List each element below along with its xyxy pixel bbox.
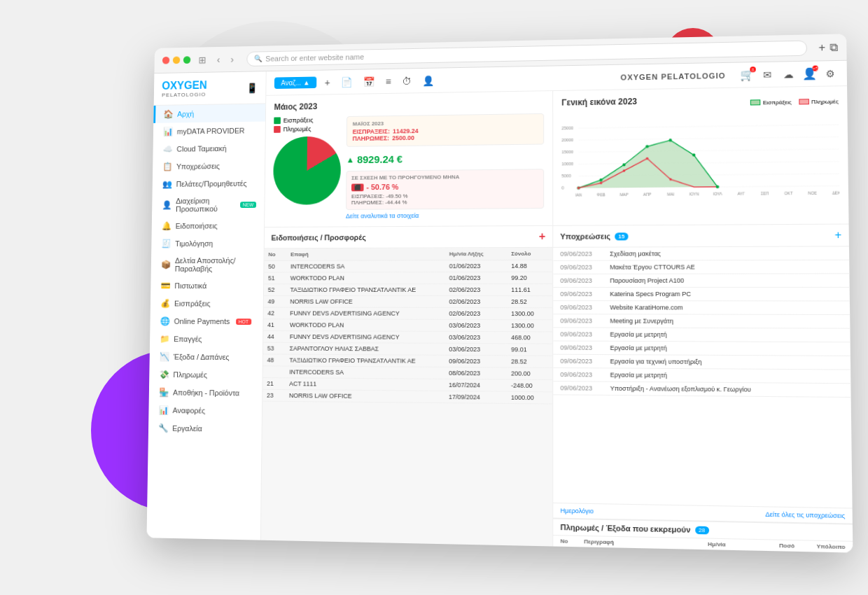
- sidebar-item-ergal[interactable]: 🔧 Εργαλεία: [148, 419, 262, 439]
- nav-btn[interactable]: Αναζ... ▲: [274, 76, 316, 88]
- sidebar-item-anaf[interactable]: 📊 Αναφορές: [148, 401, 262, 420]
- pie-legend: Εισπράξεις Πληρωμές: [274, 116, 341, 133]
- add-offer-btn[interactable]: +: [539, 230, 545, 243]
- year-legend-plir: Πληρωμές: [799, 98, 839, 105]
- svg-text:ΙΟΥΛ: ΙΟΥΛ: [713, 192, 722, 196]
- sidebar-item-tim[interactable]: 🧾 Τιμολόγηση: [151, 234, 264, 253]
- pie-area: Εισπράξεις Πληρωμές: [273, 116, 342, 209]
- plus-btn[interactable]: +: [818, 41, 825, 54]
- user-btn[interactable]: 👤: [420, 74, 438, 88]
- task-date: 09/06/2023: [560, 290, 603, 298]
- list-item[interactable]: 09/06/2023 Υποστήριξη - Ανανέωση εξοπλισ…: [553, 382, 850, 398]
- svg-point-21: [600, 182, 602, 184]
- clock-btn[interactable]: ⏱: [399, 74, 414, 88]
- details-link[interactable]: Δείτε αναλυτικά τα στοιχεία: [346, 211, 544, 220]
- legend-eisp-label: Εισπράξεις: [284, 117, 314, 124]
- sidebar-item-cloud[interactable]: ☁️ Cloud Ταμειακή: [153, 139, 265, 158]
- cell-date: 01/06/2023: [445, 272, 507, 284]
- cell-date: 17/09/2024: [444, 391, 507, 403]
- sidebar-item-pist[interactable]: 💳 Πιστωτικά: [150, 276, 263, 294]
- list-item[interactable]: 09/06/2023 Εργασία με μετρητή: [553, 341, 850, 356]
- sidebar-item-exoda[interactable]: 📉 Έξοδα / Δαπάνες: [150, 348, 263, 366]
- col-no: Νο: [265, 248, 287, 260]
- sidebar-item-ypo[interactable]: 📋 Υποχρεώσεις: [153, 157, 265, 176]
- sidebar-item-apoth[interactable]: 🏪 Αποθήκη - Προϊόντα: [149, 384, 262, 402]
- address-bar[interactable]: 🔍 Search or enter website name: [247, 40, 807, 66]
- sidebar-item-eisp[interactable]: 💰 Εισπράξεις: [150, 295, 263, 313]
- tab-icon-btn[interactable]: ⊞: [196, 52, 209, 66]
- task-date: 09/06/2023: [560, 317, 603, 324]
- cloud-toolbar-btn[interactable]: ☁: [780, 67, 797, 82]
- table-row[interactable]: 41 WORKTODO PLAN 03/06/2023 1300.00: [263, 319, 552, 332]
- svg-text:ΙΟΥΝ: ΙΟΥΝ: [690, 192, 699, 196]
- cell-no: 50: [264, 260, 286, 272]
- mobile-icon: 📱: [246, 82, 258, 93]
- footer-log-link[interactable]: Ημερολόγιο: [560, 507, 594, 514]
- list-item[interactable]: 09/06/2023 Meeting με Συνεργάτη: [553, 314, 850, 328]
- sidebar-item-mydata[interactable]: 📊 myDATA PROVIDER: [153, 122, 265, 141]
- sidebar-item-deltia[interactable]: 📦 Δελτία Αποστολής/Παραλαβής: [151, 252, 264, 276]
- list-btn[interactable]: ≡: [383, 74, 394, 88]
- tl-close[interactable]: [162, 57, 169, 64]
- table-row[interactable]: 50 INTERCODERS SA 01/06/2023 14.88: [264, 260, 552, 272]
- cell-total: 14.88: [507, 260, 552, 272]
- list-item[interactable]: 09/06/2023 Εργασία με μετρητή: [553, 328, 850, 342]
- payment-icon: 💸: [159, 370, 168, 379]
- notif-badge-1[interactable]: 🛒 8: [740, 68, 755, 81]
- notif-dot-2: +5: [813, 66, 818, 71]
- credit-icon: 💳: [160, 281, 169, 290]
- traffic-lights: [162, 56, 190, 64]
- sidebar-label-apoth: Αποθήκη - Προϊόντα: [173, 388, 239, 398]
- plus-toolbar-btn[interactable]: +: [322, 76, 333, 90]
- list-item[interactable]: 09/06/2023 Katerina Specs Program PC: [553, 288, 850, 302]
- add-task-btn[interactable]: +: [834, 229, 841, 241]
- list-item[interactable]: 09/06/2023 Website KaratiHome.com: [553, 301, 850, 315]
- table-row[interactable]: 52 ΤΑΞΙΔΙΩΤΙΚΟ ΓΡΑΦΕΙΟ ΤΡΑΝΣΑΤΛΑΝΤΙΚ ΑΕ …: [264, 284, 552, 295]
- sidebar-item-pelates[interactable]: 👥 Πελάτες/Προμηθευτές: [153, 174, 265, 193]
- table-row[interactable]: 44 FUNNY DEVS ADVERTISING AGENCY 03/06/2…: [263, 330, 552, 344]
- bell-icon: 🔔: [162, 221, 171, 231]
- table-row[interactable]: 42 FUNNY DEVS ADVERTISING AGENCY 02/06/2…: [264, 307, 553, 320]
- table-row[interactable]: 49 NORRIS LAW OFFICE 02/06/2023 28.52: [264, 295, 553, 307]
- doc-btn[interactable]: 📄: [338, 75, 355, 89]
- email-btn[interactable]: ✉: [760, 67, 775, 81]
- payments-title: Πληρωμές / Έξοδα που εκκρεμούν: [560, 523, 690, 534]
- svg-line-6: [578, 125, 839, 128]
- cell-client: FUNNY DEVS ADVERTISING AGENCY: [286, 331, 445, 344]
- back-btn[interactable]: ‹: [214, 52, 223, 66]
- footer-all-link[interactable]: Δείτε όλες τις υποχρεώσεις: [765, 511, 845, 520]
- col-date: Ημ/νία Λήξης: [445, 248, 507, 260]
- svg-line-7: [578, 137, 839, 141]
- table-row[interactable]: 23 NORRIS LAW OFFICE 17/09/2024 1000.00: [262, 389, 552, 404]
- cell-total: 200.00: [507, 368, 552, 380]
- table-row[interactable]: 51 WORKTODO PLAN 01/06/2023 99.20: [264, 272, 552, 284]
- tl-maximize[interactable]: [183, 56, 190, 64]
- year-panel: Γενική εικόνα 2023 Εισπράξεις Πληρωμές: [553, 86, 848, 225]
- sidebar-item-online[interactable]: 🌐 Online Payments HOT: [150, 312, 262, 330]
- settings-btn[interactable]: ⚙: [822, 66, 838, 81]
- sidebar-item-emp[interactable]: 📁 Επαγγές: [150, 330, 262, 348]
- notif-badge-2[interactable]: 👤 +5: [802, 67, 817, 81]
- list-item[interactable]: 09/06/2023 Σχεδίαση μακέτας: [553, 246, 849, 261]
- sidebar-label-cloud: Cloud Ταμειακή: [176, 144, 226, 153]
- forward-btn[interactable]: ›: [227, 52, 236, 66]
- year-legend-eisp: Εισπράξεις: [750, 99, 792, 106]
- svg-text:ΦΕΒ: ΦΕΒ: [597, 192, 606, 197]
- list-item[interactable]: 09/06/2023 Μακέτα Έργου CTTOURS AE: [553, 260, 849, 274]
- calendar-btn[interactable]: 📅: [360, 74, 377, 88]
- tasks-title: Υποχρεώσεις 15: [560, 232, 628, 240]
- list-item[interactable]: 09/06/2023 Παρουσίαση Project A100: [553, 274, 849, 288]
- task-date: 09/06/2023: [560, 344, 603, 351]
- copy-btn[interactable]: ⧉: [830, 41, 838, 53]
- cell-client: INTERCODERS SA: [286, 260, 445, 272]
- task-desc: Katerina Specs Program PC: [610, 290, 842, 298]
- sidebar-item-diax[interactable]: 👤 Διαχείριση Προσωπικού NEW: [152, 192, 265, 217]
- svg-point-14: [599, 178, 602, 181]
- sidebar-item-plir[interactable]: 💸 Πληρωμές: [149, 365, 262, 384]
- tl-minimize[interactable]: [173, 57, 180, 64]
- sidebar-item-eid[interactable]: 🔔 Ειδοποιήσεις: [152, 216, 265, 234]
- sidebar-item-arxi[interactable]: 🏠 Αρχή: [153, 104, 265, 122]
- cell-total: 28.52: [507, 356, 552, 368]
- svg-text:ΝΟΕ: ΝΟΕ: [808, 191, 817, 195]
- folder-icon: 📁: [160, 334, 169, 344]
